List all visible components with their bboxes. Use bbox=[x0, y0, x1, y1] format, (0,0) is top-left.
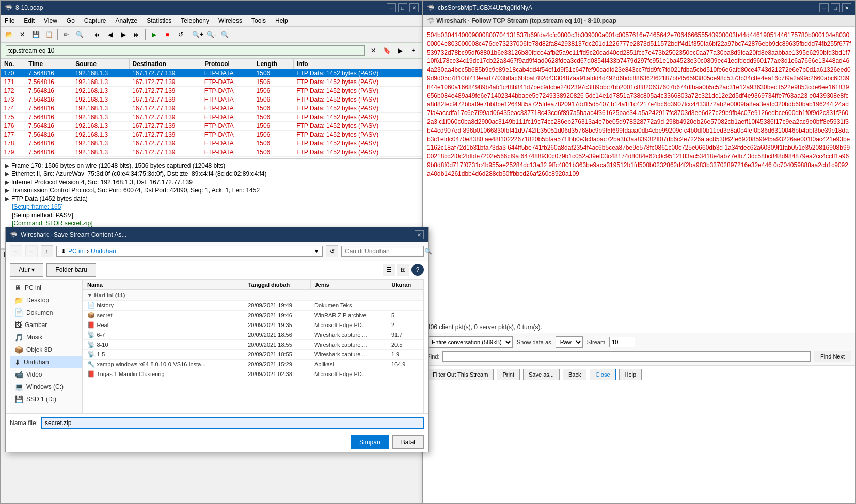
table-row[interactable]: 1757.564816192.168.1.3167.172.77.139FTP-… bbox=[1, 113, 423, 122]
help-button[interactable]: Help bbox=[619, 369, 642, 380]
sidebar-gambar[interactable]: 🖼 Gambar bbox=[10, 319, 82, 331]
print-button[interactable]: Print bbox=[497, 369, 520, 380]
filename-input[interactable] bbox=[41, 417, 424, 429]
sidebar-unduhan[interactable]: ⬇ Unduhan bbox=[10, 356, 82, 368]
save-as-button[interactable]: Save as... bbox=[523, 369, 560, 380]
menu-capture[interactable]: Capture bbox=[82, 16, 108, 25]
open-btn[interactable]: 📂 bbox=[3, 28, 15, 41]
list-item[interactable]: 📕Tugas 1 Mandiri Clustering20/09/2021 02… bbox=[83, 369, 423, 379]
find-btn[interactable]: 🔍 bbox=[73, 28, 86, 41]
detail-tcp[interactable]: ▶ Transmission Control Protocol, Src Por… bbox=[5, 186, 419, 194]
close-button[interactable]: Close bbox=[590, 369, 615, 380]
sidebar-musik[interactable]: 🎵 Musik bbox=[10, 331, 82, 344]
tcp-maximize-btn[interactable]: □ bbox=[831, 3, 840, 12]
capture-start-btn[interactable]: ▶ bbox=[148, 28, 160, 41]
go-last-btn[interactable]: ⏭ bbox=[131, 28, 143, 41]
table-row[interactable]: 1737.564816192.168.1.3167.172.77.139FTP-… bbox=[1, 95, 423, 104]
menu-go[interactable]: Go bbox=[65, 16, 77, 25]
detail-ftp[interactable]: ▶ FTP Data (1452 bytes data) bbox=[5, 194, 419, 203]
zoom-out-btn[interactable]: 🔍- bbox=[205, 28, 217, 41]
table-row[interactable]: 1747.564816192.168.1.3167.172.77.139FTP-… bbox=[1, 104, 423, 113]
menu-statistics[interactable]: Statistics bbox=[145, 16, 173, 25]
menu-tools[interactable]: Tools bbox=[249, 16, 268, 25]
view-list-btn[interactable]: ☰ bbox=[383, 264, 395, 276]
forward-btn[interactable]: → bbox=[25, 245, 38, 257]
sidebar-dokumen[interactable]: 📄 Dokumen bbox=[10, 306, 82, 319]
back-btn[interactable]: ← bbox=[10, 245, 22, 257]
close-button[interactable]: ✕ bbox=[409, 3, 419, 12]
menu-view[interactable]: View bbox=[42, 16, 59, 25]
list-item[interactable]: 📦secret20/09/2021 19:46WinRAR ZIP archiv… bbox=[83, 311, 423, 320]
stream-number-input[interactable] bbox=[609, 337, 635, 347]
detail-ip[interactable]: ▶ Internet Protocol Version 4, Src: 192.… bbox=[5, 178, 419, 186]
col-nama[interactable]: Nama bbox=[83, 280, 244, 290]
menu-wireless[interactable]: Wireless bbox=[216, 16, 244, 25]
filter-bookmark-btn[interactable]: 🔖 bbox=[381, 44, 393, 57]
zoom-reset-btn[interactable]: 🔍 bbox=[218, 28, 231, 41]
save-as-btn[interactable]: 📋 bbox=[43, 28, 55, 41]
back-button[interactable]: Back bbox=[563, 369, 586, 380]
view-grid-btn[interactable]: ⊞ bbox=[397, 264, 409, 276]
help-small-btn[interactable]: ? bbox=[411, 264, 424, 276]
tcp-minimize-btn[interactable]: ─ bbox=[819, 3, 829, 12]
menu-telephony[interactable]: Telephony bbox=[179, 16, 211, 25]
list-item[interactable]: 📡8-1020/09/2021 18:55Wireshark capture .… bbox=[83, 340, 423, 350]
table-row[interactable]: 1717.564816192.168.1.3167.172.77.139FTP-… bbox=[1, 78, 423, 87]
sidebar-desktop[interactable]: 📁 Desktop bbox=[10, 294, 82, 306]
save-dialog-close-btn[interactable]: ✕ bbox=[415, 230, 424, 239]
menu-analyze[interactable]: Analyze bbox=[114, 16, 140, 25]
breadcrumb-expand-icon[interactable]: ▾ bbox=[315, 248, 318, 255]
filter-close-btn[interactable]: ✕ bbox=[367, 44, 379, 57]
sidebar-objek3d[interactable]: 📦 Objek 3D bbox=[10, 344, 82, 356]
go-first-btn[interactable]: ⏮ bbox=[90, 28, 103, 41]
table-row[interactable]: 1777.564816192.168.1.3167.172.77.139FTP-… bbox=[1, 131, 423, 139]
close-capture-btn[interactable]: ✕ bbox=[16, 28, 28, 41]
up-btn[interactable]: ↑ bbox=[41, 245, 53, 257]
breadcrumb-unduhan[interactable]: Unduhan bbox=[91, 248, 116, 255]
table-row[interactable]: 1767.564816192.168.1.3167.172.77.139FTP-… bbox=[1, 122, 423, 131]
filter-input[interactable] bbox=[6, 45, 365, 56]
new-folder-btn[interactable]: Folder baru bbox=[46, 263, 96, 277]
minimize-button[interactable]: ─ bbox=[387, 3, 396, 12]
atur-btn[interactable]: Atur ▾ bbox=[10, 263, 43, 277]
breadcrumb-pc[interactable]: PC ini bbox=[68, 248, 85, 255]
list-item[interactable]: 📡1-520/09/2021 18:55Wireshark capture ..… bbox=[83, 350, 423, 360]
table-row[interactable]: 1797.564816192.168.1.3167.172.77.139FTP-… bbox=[1, 148, 423, 157]
find-input[interactable] bbox=[442, 351, 810, 362]
col-tanggal[interactable]: Tanggal diubah bbox=[244, 280, 310, 290]
list-item[interactable]: 📕Real20/09/2021 19:35Microsoft Edge PD..… bbox=[83, 320, 423, 330]
detail-ethernet[interactable]: ▶ Ethernet II, Src: AzureWav_75:3d:0f (c… bbox=[5, 170, 419, 178]
refresh-btn[interactable]: ↺ bbox=[326, 245, 338, 257]
tcp-close-btn[interactable]: ✕ bbox=[842, 3, 851, 12]
sidebar-ssd-d[interactable]: 💾 SSD 1 (D:) bbox=[10, 393, 82, 405]
go-prev-btn[interactable]: ◀ bbox=[104, 28, 116, 41]
col-jenis[interactable]: Jenis bbox=[310, 280, 387, 290]
table-row[interactable]: 1727.564816192.168.1.3167.172.77.139FTP-… bbox=[1, 87, 423, 95]
sidebar-video[interactable]: 📹 Video bbox=[10, 368, 82, 381]
save-button[interactable]: Simpan bbox=[351, 435, 389, 449]
list-item[interactable]: 📄history20/09/2021 19:49Dokumen Teks bbox=[83, 301, 423, 311]
sidebar-windows-c[interactable]: 💻 Windows (C:) bbox=[10, 381, 82, 393]
sidebar-pc[interactable]: 🖥 PC ini bbox=[10, 282, 82, 294]
conversation-select[interactable]: Entire conversation (589kB) bbox=[427, 336, 513, 348]
filter-out-stream-button[interactable]: Filter Out This Stream bbox=[427, 369, 494, 380]
detail-frame[interactable]: ▶ Frame 170: 1506 bytes on wire (12048 b… bbox=[5, 161, 419, 170]
col-ukuran[interactable]: Ukuran bbox=[387, 280, 423, 290]
capture-restart-btn[interactable]: ↺ bbox=[175, 28, 187, 41]
menu-edit[interactable]: Edit bbox=[22, 16, 37, 25]
search-input[interactable] bbox=[345, 248, 422, 255]
save-btn[interactable]: 💾 bbox=[29, 28, 42, 41]
cancel-button[interactable]: Batal bbox=[392, 435, 424, 449]
show-data-select[interactable]: Raw bbox=[556, 336, 583, 348]
menu-file[interactable]: File bbox=[3, 16, 17, 25]
table-row[interactable]: 1787.564816192.168.1.3167.172.77.139FTP-… bbox=[1, 139, 423, 148]
list-item[interactable]: 📡6-720/09/2021 18:56Wireshark capture ..… bbox=[83, 330, 423, 340]
go-next-btn[interactable]: ▶ bbox=[117, 28, 130, 41]
table-row[interactable]: 1707.564816192.168.1.3167.172.77.139FTP-… bbox=[1, 69, 423, 78]
find-next-button[interactable]: Find Next bbox=[814, 351, 851, 362]
filter-apply-btn[interactable]: ▶ bbox=[394, 44, 406, 57]
zoom-in-btn[interactable]: 🔍+ bbox=[192, 28, 204, 41]
edit-btn[interactable]: ✏ bbox=[60, 28, 72, 41]
maximize-button[interactable]: □ bbox=[398, 3, 407, 12]
filter-add-btn[interactable]: + bbox=[407, 44, 420, 57]
